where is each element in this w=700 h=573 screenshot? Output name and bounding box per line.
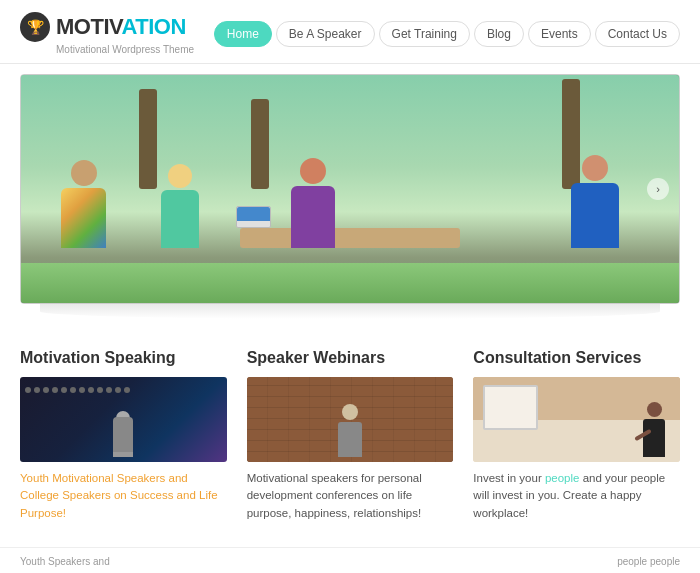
consultation-services-col: Consultation Services Inves (473, 349, 680, 522)
motivation-speaking-image (20, 377, 227, 462)
nav-get-training[interactable]: Get Training (379, 21, 470, 47)
people-link-1[interactable]: people (545, 472, 580, 484)
audience (25, 387, 222, 393)
audience-dot (25, 387, 31, 393)
laptop (236, 206, 271, 228)
logo-ation: ATION (122, 14, 186, 39)
footer-row: Youth Speakers and people people (0, 547, 700, 573)
consultation-services-image (473, 377, 680, 462)
logo-area: 🏆 MOTIVATION Motivational Wordpress Them… (20, 12, 194, 55)
content-grid: Motivation Speaking (20, 349, 680, 522)
person-3 (291, 158, 335, 248)
hero-section: › (0, 64, 700, 329)
page-wrapper: 🏆 MOTIVATION Motivational Wordpress Them… (0, 0, 700, 573)
speaker-webinars-text: Motivational speakers for personal devel… (247, 470, 454, 522)
main-nav: Home Be A Speaker Get Training Blog Even… (214, 21, 680, 47)
consultation-services-text: Invest in your people and your people wi… (473, 470, 680, 522)
content-section: Motivation Speaking (0, 329, 700, 542)
hero-next-button[interactable]: › (647, 178, 669, 200)
audience-dot (106, 387, 112, 393)
audience-dot (115, 387, 121, 393)
motivation-speaking-text: Youth Motivational Speakers and College … (20, 470, 227, 522)
person-4 (571, 155, 619, 248)
audience-dot (124, 387, 130, 393)
speaker-webinars-col: Speaker Webinars Motivational speakers f… (247, 349, 454, 522)
audience-dot (70, 387, 76, 393)
audience-dot (88, 387, 94, 393)
person-1 (61, 160, 106, 248)
nav-events[interactable]: Events (528, 21, 591, 47)
tree-trunk-1 (139, 89, 157, 189)
tree-trunk-2 (251, 99, 269, 189)
ground (21, 263, 679, 303)
logo-subtitle: Motivational Wordpress Theme (56, 44, 194, 55)
audience-dot (52, 387, 58, 393)
speaker-webinars-title: Speaker Webinars (247, 349, 454, 367)
footer-right: people people (617, 556, 680, 567)
webinar-speaker (338, 404, 362, 457)
hero-shadow (40, 304, 660, 319)
speaker-webinars-image (247, 377, 454, 462)
audience-dot (97, 387, 103, 393)
hero-image: › (20, 74, 680, 304)
consultation-services-title: Consultation Services (473, 349, 680, 367)
logo-motiv: MOTIV (56, 14, 122, 39)
nav-home[interactable]: Home (214, 21, 272, 47)
logo-row: 🏆 MOTIVATION (20, 12, 186, 42)
table (240, 228, 460, 248)
nav-contact[interactable]: Contact Us (595, 21, 680, 47)
audience-dot (34, 387, 40, 393)
logo-text: MOTIVATION (56, 14, 186, 40)
motivation-speaking-title: Motivation Speaking (20, 349, 227, 367)
motivation-speaking-col: Motivation Speaking (20, 349, 227, 522)
person-2 (161, 164, 199, 248)
motivation-speaking-link[interactable]: Youth Motivational Speakers and College … (20, 472, 218, 519)
footer-left: Youth Speakers and (20, 556, 110, 567)
audience-dot (79, 387, 85, 393)
trophy-icon: 🏆 (20, 12, 50, 42)
audience-dot (61, 387, 67, 393)
audience-dot (43, 387, 49, 393)
nav-be-a-speaker[interactable]: Be A Speaker (276, 21, 375, 47)
nav-blog[interactable]: Blog (474, 21, 524, 47)
header: 🏆 MOTIVATION Motivational Wordpress Them… (0, 0, 700, 64)
